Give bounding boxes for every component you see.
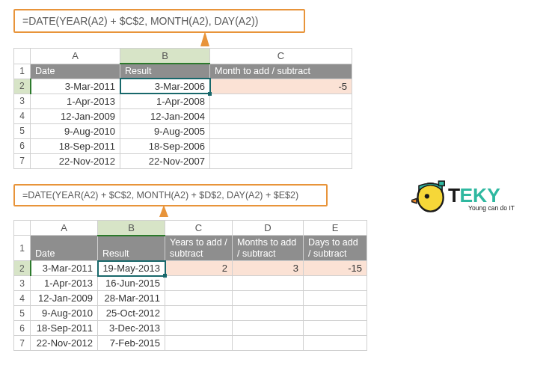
svg-point-2 bbox=[425, 194, 429, 198]
row-header[interactable]: 7 bbox=[14, 153, 31, 168]
header-date[interactable]: Date bbox=[31, 64, 120, 79]
arrow-icon bbox=[200, 31, 209, 46]
cell[interactable]: 7-Feb-2015 bbox=[98, 336, 165, 351]
col-header-c[interactable]: C bbox=[165, 220, 233, 236]
svg-marker-3 bbox=[411, 198, 417, 203]
cell[interactable]: 1-Apr-2008 bbox=[120, 94, 210, 108]
cell[interactable] bbox=[210, 138, 352, 153]
cell[interactable]: 25-Oct-2012 bbox=[98, 306, 165, 321]
cell[interactable]: 22-Nov-2012 bbox=[31, 336, 98, 351]
col-header-d[interactable]: D bbox=[233, 220, 304, 236]
col-header-b[interactable]: B bbox=[120, 49, 210, 64]
formula-bar-bottom: =DATE(YEAR(A2) + $C$2, MONTH(A2) + $D$2,… bbox=[13, 184, 328, 206]
arrow-icon bbox=[159, 205, 168, 217]
cell[interactable]: 18-Sep-2006 bbox=[120, 138, 210, 153]
corner-cell[interactable] bbox=[14, 49, 31, 64]
cell[interactable] bbox=[165, 321, 233, 336]
row-header[interactable]: 1 bbox=[14, 236, 31, 261]
cell[interactable] bbox=[210, 153, 352, 168]
cell[interactable] bbox=[304, 336, 367, 351]
cell-e2[interactable]: -15 bbox=[304, 261, 367, 276]
cell[interactable]: 12-Jan-2009 bbox=[31, 108, 120, 123]
header-month[interactable]: Month to add / subtract bbox=[210, 64, 352, 79]
col-header-b[interactable]: B bbox=[98, 220, 165, 236]
row-header[interactable]: 7 bbox=[14, 336, 31, 351]
cell[interactable] bbox=[165, 276, 233, 291]
spreadsheet-bottom[interactable]: A B C D E 1 Date Result Years to add / s… bbox=[13, 220, 367, 352]
header-days[interactable]: Days to add / subtract bbox=[304, 236, 367, 261]
cell-c2[interactable]: 2 bbox=[165, 261, 233, 276]
row-header[interactable]: 5 bbox=[14, 123, 31, 138]
corner-cell[interactable] bbox=[14, 220, 31, 236]
cell[interactable]: 1-Apr-2013 bbox=[31, 276, 98, 291]
spreadsheet-top[interactable]: A B C 1 Date Result Month to add / subtr… bbox=[13, 48, 352, 169]
cell[interactable] bbox=[233, 291, 304, 306]
cell[interactable] bbox=[304, 321, 367, 336]
cell[interactable]: 22-Nov-2007 bbox=[120, 153, 210, 168]
cell[interactable] bbox=[210, 108, 352, 123]
svg-text:EKY: EKY bbox=[459, 184, 500, 206]
row-header[interactable]: 3 bbox=[14, 276, 31, 291]
row-header[interactable]: 2 bbox=[14, 79, 31, 94]
cell[interactable] bbox=[210, 94, 352, 108]
cell[interactable] bbox=[304, 276, 367, 291]
cell[interactable] bbox=[233, 276, 304, 291]
cell[interactable] bbox=[165, 336, 233, 351]
header-result[interactable]: Result bbox=[98, 236, 165, 261]
col-header-a[interactable]: A bbox=[31, 220, 98, 236]
cell[interactable] bbox=[304, 306, 367, 321]
cell[interactable] bbox=[233, 306, 304, 321]
cell[interactable]: 3-Dec-2013 bbox=[98, 321, 165, 336]
cell[interactable]: 28-Mar-2011 bbox=[98, 291, 165, 306]
cell[interactable] bbox=[165, 291, 233, 306]
header-years[interactable]: Years to add / subtract bbox=[165, 236, 233, 261]
header-months[interactable]: Months to add / subtract bbox=[233, 236, 304, 261]
svg-text:T: T bbox=[448, 184, 460, 206]
svg-rect-1 bbox=[438, 181, 444, 186]
cell[interactable] bbox=[233, 321, 304, 336]
cell[interactable] bbox=[233, 336, 304, 351]
row-header[interactable]: 6 bbox=[14, 138, 31, 153]
top-block: =DATE(YEAR(A2) + $C$2, MONTH(A2), DAY(A2… bbox=[13, 9, 539, 169]
selected-cell[interactable]: 19-May-2013 bbox=[98, 261, 165, 276]
cell-c2[interactable]: -5 bbox=[210, 79, 352, 94]
cell[interactable]: 18-Sep-2011 bbox=[31, 321, 98, 336]
cell[interactable]: 22-Nov-2012 bbox=[31, 153, 120, 168]
cell[interactable]: 3-Mar-2011 bbox=[31, 261, 98, 276]
cell[interactable]: 16-Jun-2015 bbox=[98, 276, 165, 291]
cell[interactable]: 1-Apr-2013 bbox=[31, 94, 120, 108]
cell[interactable]: 9-Aug-2005 bbox=[120, 123, 210, 138]
row-header[interactable]: 5 bbox=[14, 306, 31, 321]
row-header[interactable]: 3 bbox=[14, 94, 31, 108]
row-header[interactable]: 6 bbox=[14, 321, 31, 336]
cell[interactable]: 12-Jan-2009 bbox=[31, 291, 98, 306]
cell-d2[interactable]: 3 bbox=[233, 261, 304, 276]
col-header-a[interactable]: A bbox=[31, 49, 120, 64]
col-header-e[interactable]: E bbox=[304, 220, 367, 236]
col-header-c[interactable]: C bbox=[210, 49, 352, 64]
row-header[interactable]: 4 bbox=[14, 108, 31, 123]
cell[interactable] bbox=[210, 123, 352, 138]
cell[interactable]: 3-Mar-2011 bbox=[31, 79, 120, 94]
formula-bar-top: =DATE(YEAR(A2) + $C$2, MONTH(A2), DAY(A2… bbox=[13, 9, 305, 33]
cell[interactable]: 18-Sep-2011 bbox=[31, 138, 120, 153]
cell[interactable]: 9-Aug-2010 bbox=[31, 123, 120, 138]
row-header[interactable]: 1 bbox=[14, 64, 31, 79]
cell[interactable]: 12-Jan-2004 bbox=[120, 108, 210, 123]
bottom-block: =DATE(YEAR(A2) + $C$2, MONTH(A2) + $D$2,… bbox=[13, 184, 539, 352]
cell[interactable] bbox=[304, 291, 367, 306]
cell[interactable]: 9-Aug-2010 bbox=[31, 306, 98, 321]
header-result[interactable]: Result bbox=[120, 64, 210, 79]
header-date[interactable]: Date bbox=[31, 236, 98, 261]
cell[interactable] bbox=[165, 306, 233, 321]
selected-cell[interactable]: 3-Mar-2006 bbox=[120, 79, 210, 94]
row-header[interactable]: 4 bbox=[14, 291, 31, 306]
row-header[interactable]: 2 bbox=[14, 261, 31, 276]
